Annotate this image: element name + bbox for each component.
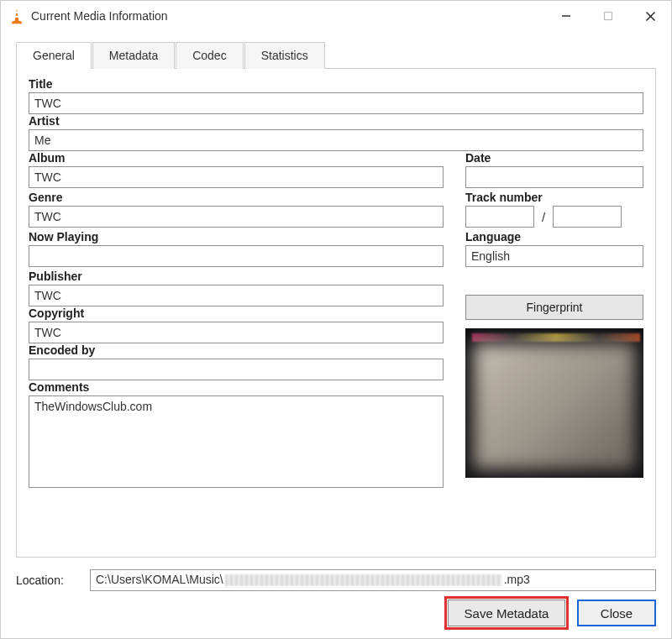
- maximize-button[interactable]: [587, 1, 629, 31]
- comments-input[interactable]: TheWindowsClub.com: [29, 395, 444, 488]
- track-number-input[interactable]: [465, 206, 534, 228]
- publisher-input[interactable]: [29, 285, 444, 306]
- album-label: Album: [29, 151, 444, 165]
- location-path-suffix: .mp3: [504, 573, 530, 586]
- minimize-button[interactable]: [545, 1, 587, 31]
- location-input[interactable]: C:\Users\KOMAL\Music\.mp3: [90, 569, 656, 591]
- save-metadata-button[interactable]: Save Metadata: [448, 600, 565, 626]
- genre-input[interactable]: [29, 206, 444, 228]
- svg-marker-0: [15, 9, 19, 21]
- track-total-input[interactable]: [553, 206, 622, 228]
- general-panel: Title Artist Album Date Genre: [16, 69, 656, 558]
- close-button[interactable]: Close: [577, 600, 656, 626]
- title-input[interactable]: [29, 92, 643, 114]
- publisher-label: Publisher: [29, 270, 444, 283]
- encoded-by-input[interactable]: [29, 359, 444, 380]
- svg-marker-3: [11, 21, 22, 24]
- action-bar: Save Metadata Close: [1, 594, 671, 638]
- location-obscured-segment: [225, 574, 502, 586]
- artist-label: Artist: [29, 114, 643, 128]
- copyright-input[interactable]: [29, 322, 444, 343]
- encoded-by-label: Encoded by: [29, 343, 444, 357]
- location-path-prefix: C:\Users\KOMAL\Music\: [96, 573, 223, 586]
- now-playing-input[interactable]: [29, 245, 444, 267]
- date-input[interactable]: [465, 166, 643, 188]
- tab-codec[interactable]: Codec: [176, 42, 243, 69]
- svg-rect-5: [605, 13, 612, 20]
- tab-bar: General Metadata Codec Statistics: [16, 41, 656, 69]
- track-number-label: Track number: [465, 191, 643, 204]
- date-label: Date: [465, 151, 643, 165]
- album-art-preview: [465, 328, 643, 478]
- album-input[interactable]: [29, 166, 444, 188]
- tab-metadata[interactable]: Metadata: [92, 42, 175, 69]
- copyright-label: Copyright: [29, 306, 444, 320]
- location-label: Location:: [16, 574, 81, 587]
- track-separator: /: [539, 210, 548, 224]
- tab-statistics[interactable]: Statistics: [244, 42, 325, 69]
- window-title: Current Media Information: [31, 9, 545, 23]
- window-controls: [545, 1, 671, 31]
- content-area: General Metadata Codec Statistics Title …: [1, 31, 671, 564]
- vlc-cone-icon: [9, 8, 24, 24]
- genre-label: Genre: [29, 191, 444, 204]
- artist-input[interactable]: [29, 129, 643, 151]
- location-bar: Location: C:\Users\KOMAL\Music\.mp3: [1, 564, 671, 594]
- svg-rect-1: [15, 12, 18, 13]
- title-label: Title: [29, 77, 643, 91]
- tab-general[interactable]: General: [16, 42, 92, 69]
- comments-label: Comments: [29, 380, 444, 394]
- titlebar: Current Media Information: [1, 1, 671, 31]
- media-info-window: Current Media Information General Metada…: [0, 0, 672, 639]
- language-label: Language: [465, 230, 643, 244]
- now-playing-label: Now Playing: [29, 230, 444, 244]
- language-input[interactable]: [465, 245, 643, 267]
- close-window-button[interactable]: [629, 1, 671, 31]
- svg-rect-2: [14, 16, 18, 18]
- fingerprint-button[interactable]: Fingerprint: [465, 295, 643, 320]
